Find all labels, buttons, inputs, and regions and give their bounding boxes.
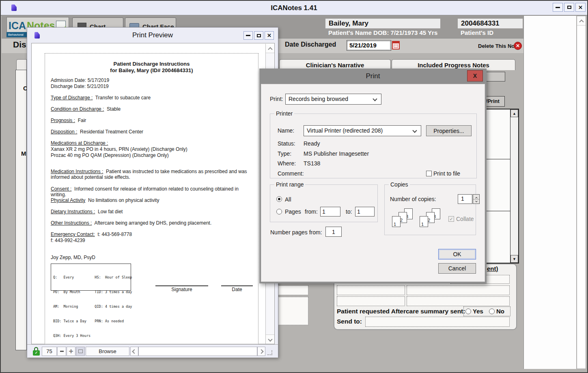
aftercare-field[interactable]: [337, 285, 405, 295]
print-preview-title-bar[interactable]: Print Preview ✕: [27, 28, 278, 43]
patient-name-field[interactable]: Bailey, Mary: [325, 19, 440, 28]
doc-consent: Consent : Informed consent for release o…: [51, 186, 252, 197]
printer-status-value: Ready: [304, 140, 320, 147]
logo-ica-text: ICA: [9, 20, 26, 32]
range-all-label: All: [285, 196, 291, 203]
aftercare-request-label: Patient requested Aftercare summary sent…: [337, 308, 465, 315]
properties-button[interactable]: Properties...: [426, 125, 472, 136]
preview-minimize-button[interactable]: [243, 31, 253, 40]
note-heading-fragment: Dis: [13, 40, 26, 49]
zoom-level-display[interactable]: 75: [42, 347, 57, 356]
copies-group-label: Copies: [389, 181, 410, 188]
close-icon: ✕: [578, 5, 583, 10]
doc-emergency-fax: f: 443-992-4239: [51, 238, 252, 243]
maximize-icon: [257, 34, 261, 37]
printer-group-label: Printer: [274, 110, 294, 117]
doc-condition: Condition on Discharge : Stable: [51, 106, 252, 112]
doc-med-1: Xanax XR 2 mg PO in 4 hours, PRN (Anxiet…: [51, 146, 252, 152]
range-pages-radio[interactable]: [276, 209, 282, 214]
to-input[interactable]: [355, 207, 375, 217]
delete-note-button[interactable]: ✕: [514, 42, 522, 50]
from-input[interactable]: [320, 207, 340, 217]
scroll-up-button[interactable]: [577, 16, 586, 26]
print-dialog-close-button[interactable]: X: [467, 70, 483, 81]
minimize-button[interactable]: [553, 3, 563, 12]
date-discharged-input[interactable]: 5/21/2019: [347, 40, 391, 51]
send-to-label: Send to:: [337, 318, 362, 325]
resize-grip[interactable]: [267, 350, 272, 355]
doc-title-line2: for Bailey, Mary (ID# 2004684331): [45, 67, 258, 73]
printer-where-value: TS138: [304, 160, 320, 167]
page-layout-button[interactable]: [76, 347, 85, 356]
h-scroll-right[interactable]: [257, 347, 265, 356]
ok-button[interactable]: OK: [438, 249, 476, 259]
mode-display[interactable]: Browse: [86, 347, 129, 356]
printer-name-label: Name:: [278, 127, 294, 134]
h-scroll-track[interactable]: [138, 347, 257, 356]
list-scrollbar[interactable]: ▲ ▼: [510, 109, 518, 263]
cancel-button[interactable]: Cancel: [438, 263, 476, 274]
print-dialog-title: Print: [259, 72, 487, 80]
aftercare-yes-label: Yes: [473, 308, 483, 315]
print-to-file-label: Print to file: [433, 170, 460, 177]
spin-up-button[interactable]: [473, 195, 479, 199]
print-what-dropdown[interactable]: Records being browsed: [285, 94, 381, 105]
to-label: to:: [346, 208, 352, 215]
range-all-radio[interactable]: [276, 196, 282, 202]
right-white-column: [523, 16, 576, 369]
calendar-icon[interactable]: [392, 41, 400, 49]
abbreviation-legend: Q: Every HS: Hour of Sleep PO: By Mouth …: [51, 264, 131, 291]
left-panel-tab-sliver[interactable]: [16, 59, 27, 70]
main-vertical-scrollbar[interactable]: [577, 16, 586, 369]
preview-scroll-down[interactable]: [266, 334, 274, 344]
doc-emergency-contact: Emergency Contact: t: 443-569-8778: [51, 232, 252, 237]
printer-type-label: Type:: [278, 150, 291, 157]
zoom-out-button[interactable]: [57, 347, 66, 356]
close-button[interactable]: ✕: [575, 3, 586, 12]
document-page: Patient Discharge Instructions for Baile…: [45, 53, 258, 344]
printer-name-dropdown[interactable]: Virtual Printer (redirected 208): [304, 125, 421, 136]
minus-icon: [60, 351, 64, 352]
list-divider: [482, 211, 510, 211]
aftercare-field[interactable]: [337, 296, 405, 306]
zoom-in-button[interactable]: ✛: [67, 347, 75, 356]
print-dialog: Print X Print: Records being browsed Pri…: [259, 69, 487, 283]
printer-where-label: Where:: [278, 160, 296, 167]
note-list-box[interactable]: ▲ ▼: [482, 109, 519, 264]
copies-input[interactable]: 1: [458, 194, 472, 204]
maximize-button[interactable]: [564, 3, 574, 12]
aftercare-field[interactable]: [407, 285, 510, 295]
chevron-down-icon: [412, 128, 417, 133]
collate-label: Collate: [456, 216, 474, 222]
collate-checkbox[interactable]: ✓: [448, 216, 454, 222]
chevron-down-icon: [268, 337, 272, 341]
print-range-group: Print range All Pages from: to:: [270, 184, 378, 222]
aftercare-yes-radio[interactable]: [465, 309, 471, 314]
window-title: ICANotes 1.41: [1, 4, 587, 12]
chevron-down-icon: [475, 200, 478, 202]
preview-close-button[interactable]: ✕: [265, 31, 274, 40]
aftercare-no-radio[interactable]: [489, 309, 495, 314]
doc-admission-date: Admission Date: 5/17/2019: [51, 77, 252, 83]
minimize-icon: [246, 35, 250, 36]
printer-status-label: Status:: [278, 140, 295, 147]
patient-id-field[interactable]: 2004684331: [458, 19, 523, 28]
print-to-file-checkbox[interactable]: [426, 171, 432, 176]
preview-maximize-button[interactable]: [254, 31, 263, 40]
aftercare-no-label: No: [496, 308, 504, 315]
list-scroll-up-icon[interactable]: ▲: [510, 109, 518, 117]
list-scroll-down-icon[interactable]: ▼: [510, 255, 518, 263]
aftercare-field[interactable]: [407, 296, 510, 306]
h-scroll-left[interactable]: [130, 347, 138, 356]
number-pages-from-input[interactable]: [325, 227, 342, 237]
patient-id-caption: Patient's ID: [461, 29, 493, 36]
check-icon: ✓: [449, 217, 453, 221]
doc-discharge-date: Discharge Date: 5/21/2019: [51, 84, 252, 89]
preview-content-frame: Patient Discharge Instructions for Baile…: [31, 43, 275, 344]
spin-down-button[interactable]: [473, 199, 479, 204]
chevron-right-icon: [259, 349, 263, 354]
copies-spinner[interactable]: [473, 194, 480, 204]
copies-group: Copies Number of copies: 1 3 2 1 3 2 1: [384, 184, 476, 235]
send-to-input[interactable]: [365, 317, 510, 327]
preview-scroll-up[interactable]: [266, 44, 274, 53]
